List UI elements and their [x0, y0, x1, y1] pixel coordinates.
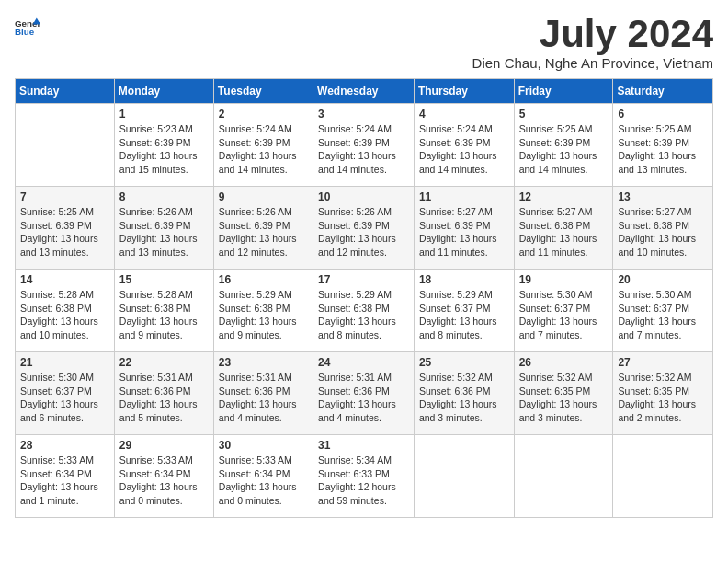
cell-info: Sunrise: 5:23 AMSunset: 6:39 PMDaylight:…	[119, 122, 209, 177]
cell-day-number: 22	[119, 356, 209, 369]
cell-info: Sunrise: 5:25 AMSunset: 6:39 PMDaylight:…	[618, 122, 708, 177]
cell-day-number: 21	[20, 356, 109, 369]
cell-info: Sunrise: 5:28 AMSunset: 6:38 PMDaylight:…	[20, 288, 109, 342]
col-header-friday: Friday	[514, 79, 613, 104]
col-header-saturday: Saturday	[613, 79, 713, 104]
cell-day-number: 20	[618, 273, 708, 286]
cell-day-number: 29	[119, 439, 209, 452]
calendar-cell: 5Sunrise: 5:25 AMSunset: 6:39 PMDaylight…	[514, 104, 613, 187]
calendar-cell: 1Sunrise: 5:23 AMSunset: 6:39 PMDaylight…	[114, 104, 213, 187]
calendar-cell: 6Sunrise: 5:25 AMSunset: 6:39 PMDaylight…	[613, 104, 713, 187]
cell-info: Sunrise: 5:33 AMSunset: 6:34 PMDaylight:…	[20, 454, 109, 508]
cell-info: Sunrise: 5:34 AMSunset: 6:33 PMDaylight:…	[318, 454, 409, 508]
cell-info: Sunrise: 5:29 AMSunset: 6:38 PMDaylight:…	[318, 288, 409, 342]
calendar-cell: 30Sunrise: 5:33 AMSunset: 6:34 PMDayligh…	[213, 435, 313, 518]
cell-info: Sunrise: 5:27 AMSunset: 6:39 PMDaylight:…	[419, 205, 509, 259]
calendar-cell	[514, 435, 613, 518]
cell-day-number: 6	[618, 108, 708, 121]
calendar-cell: 20Sunrise: 5:30 AMSunset: 6:37 PMDayligh…	[613, 270, 713, 352]
calendar-cell	[16, 104, 115, 187]
cell-day-number: 18	[419, 273, 509, 286]
calendar-cell: 24Sunrise: 5:31 AMSunset: 6:36 PMDayligh…	[313, 352, 415, 435]
cell-day-number: 31	[318, 439, 409, 452]
calendar-cell: 31Sunrise: 5:34 AMSunset: 6:33 PMDayligh…	[313, 435, 415, 518]
cell-info: Sunrise: 5:33 AMSunset: 6:34 PMDaylight:…	[219, 454, 308, 508]
col-header-monday: Monday	[114, 79, 213, 104]
logo: General Blue	[15, 15, 40, 40]
cell-day-number: 3	[318, 108, 409, 121]
calendar-cell: 17Sunrise: 5:29 AMSunset: 6:38 PMDayligh…	[313, 270, 415, 352]
cell-info: Sunrise: 5:31 AMSunset: 6:36 PMDaylight:…	[119, 371, 209, 425]
calendar-cell	[613, 435, 713, 518]
cell-info: Sunrise: 5:32 AMSunset: 6:35 PMDaylight:…	[618, 371, 708, 425]
calendar-cell: 13Sunrise: 5:27 AMSunset: 6:38 PMDayligh…	[613, 187, 713, 270]
calendar-cell: 25Sunrise: 5:32 AMSunset: 6:36 PMDayligh…	[414, 352, 514, 435]
calendar-cell: 18Sunrise: 5:29 AMSunset: 6:37 PMDayligh…	[414, 270, 514, 352]
cell-day-number: 5	[519, 108, 609, 121]
cell-day-number: 17	[318, 273, 409, 286]
cell-day-number: 15	[119, 273, 209, 286]
cell-day-number: 14	[20, 273, 109, 286]
cell-day-number: 11	[419, 190, 509, 203]
cell-info: Sunrise: 5:24 AMSunset: 6:39 PMDaylight:…	[419, 122, 509, 177]
logo-icon: General Blue	[15, 15, 40, 40]
calendar-table: SundayMondayTuesdayWednesdayThursdayFrid…	[15, 78, 713, 518]
page-header: General Blue July 2024 Dien Chau, Nghe A…	[15, 15, 713, 71]
cell-day-number: 27	[618, 356, 708, 369]
calendar-body: 1Sunrise: 5:23 AMSunset: 6:39 PMDaylight…	[16, 104, 713, 518]
cell-day-number: 7	[20, 190, 109, 203]
calendar-cell: 10Sunrise: 5:26 AMSunset: 6:39 PMDayligh…	[313, 187, 415, 270]
cell-day-number: 19	[519, 273, 609, 286]
cell-day-number: 16	[219, 273, 308, 286]
calendar-cell: 27Sunrise: 5:32 AMSunset: 6:35 PMDayligh…	[613, 352, 713, 435]
cell-day-number: 8	[119, 190, 209, 203]
week-row-2: 7Sunrise: 5:25 AMSunset: 6:39 PMDaylight…	[16, 187, 713, 270]
cell-info: Sunrise: 5:28 AMSunset: 6:38 PMDaylight:…	[119, 288, 209, 342]
calendar-cell: 29Sunrise: 5:33 AMSunset: 6:34 PMDayligh…	[114, 435, 213, 518]
cell-info: Sunrise: 5:25 AMSunset: 6:39 PMDaylight:…	[20, 205, 109, 259]
cell-day-number: 1	[119, 108, 209, 121]
week-row-5: 28Sunrise: 5:33 AMSunset: 6:34 PMDayligh…	[16, 435, 713, 518]
calendar-header-row: SundayMondayTuesdayWednesdayThursdayFrid…	[16, 79, 713, 104]
cell-day-number: 26	[519, 356, 609, 369]
calendar-cell: 19Sunrise: 5:30 AMSunset: 6:37 PMDayligh…	[514, 270, 613, 352]
cell-info: Sunrise: 5:29 AMSunset: 6:38 PMDaylight:…	[219, 288, 308, 342]
cell-info: Sunrise: 5:31 AMSunset: 6:36 PMDaylight:…	[219, 371, 308, 425]
cell-info: Sunrise: 5:32 AMSunset: 6:35 PMDaylight:…	[519, 371, 609, 425]
cell-day-number: 4	[419, 108, 509, 121]
cell-day-number: 23	[219, 356, 308, 369]
cell-info: Sunrise: 5:33 AMSunset: 6:34 PMDaylight:…	[119, 454, 209, 508]
cell-info: Sunrise: 5:30 AMSunset: 6:37 PMDaylight:…	[20, 371, 109, 425]
calendar-cell: 9Sunrise: 5:26 AMSunset: 6:39 PMDaylight…	[213, 187, 313, 270]
calendar-cell: 22Sunrise: 5:31 AMSunset: 6:36 PMDayligh…	[114, 352, 213, 435]
cell-info: Sunrise: 5:26 AMSunset: 6:39 PMDaylight:…	[119, 205, 209, 259]
cell-day-number: 2	[219, 108, 308, 121]
cell-info: Sunrise: 5:27 AMSunset: 6:38 PMDaylight:…	[519, 205, 609, 259]
cell-info: Sunrise: 5:31 AMSunset: 6:36 PMDaylight:…	[318, 371, 409, 425]
week-row-4: 21Sunrise: 5:30 AMSunset: 6:37 PMDayligh…	[16, 352, 713, 435]
svg-text:Blue: Blue	[15, 27, 35, 37]
month-title: July 2024	[472, 15, 713, 53]
cell-day-number: 10	[318, 190, 409, 203]
calendar-cell: 3Sunrise: 5:24 AMSunset: 6:39 PMDaylight…	[313, 104, 415, 187]
calendar-cell: 7Sunrise: 5:25 AMSunset: 6:39 PMDaylight…	[16, 187, 115, 270]
calendar-cell: 28Sunrise: 5:33 AMSunset: 6:34 PMDayligh…	[16, 435, 115, 518]
calendar-cell: 2Sunrise: 5:24 AMSunset: 6:39 PMDaylight…	[213, 104, 313, 187]
cell-info: Sunrise: 5:26 AMSunset: 6:39 PMDaylight:…	[318, 205, 409, 259]
cell-day-number: 28	[20, 439, 109, 452]
cell-day-number: 30	[219, 439, 308, 452]
calendar-cell: 21Sunrise: 5:30 AMSunset: 6:37 PMDayligh…	[16, 352, 115, 435]
cell-info: Sunrise: 5:30 AMSunset: 6:37 PMDaylight:…	[519, 288, 609, 342]
calendar-cell: 16Sunrise: 5:29 AMSunset: 6:38 PMDayligh…	[213, 270, 313, 352]
calendar-cell: 12Sunrise: 5:27 AMSunset: 6:38 PMDayligh…	[514, 187, 613, 270]
week-row-3: 14Sunrise: 5:28 AMSunset: 6:38 PMDayligh…	[16, 270, 713, 352]
title-area: July 2024 Dien Chau, Nghe An Province, V…	[472, 15, 713, 71]
cell-day-number: 13	[618, 190, 708, 203]
cell-info: Sunrise: 5:25 AMSunset: 6:39 PMDaylight:…	[519, 122, 609, 177]
col-header-sunday: Sunday	[16, 79, 115, 104]
calendar-cell: 4Sunrise: 5:24 AMSunset: 6:39 PMDaylight…	[414, 104, 514, 187]
col-header-wednesday: Wednesday	[313, 79, 415, 104]
week-row-1: 1Sunrise: 5:23 AMSunset: 6:39 PMDaylight…	[16, 104, 713, 187]
calendar-cell: 26Sunrise: 5:32 AMSunset: 6:35 PMDayligh…	[514, 352, 613, 435]
cell-info: Sunrise: 5:27 AMSunset: 6:38 PMDaylight:…	[618, 205, 708, 259]
